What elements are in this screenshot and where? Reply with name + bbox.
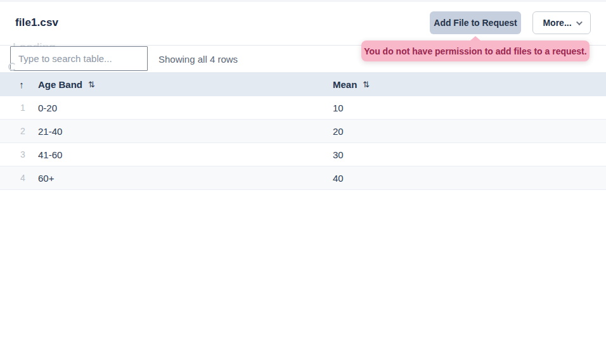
table-row: 4 60+ 40 xyxy=(0,166,606,190)
sort-direction-icon[interactable]: ↑ xyxy=(15,79,28,90)
table-row: 2 21-40 20 xyxy=(0,120,606,143)
more-button-label: More... xyxy=(543,18,571,28)
cell-age-band: 60+ xyxy=(38,173,54,184)
row-number: 1 xyxy=(15,103,30,113)
sort-toggle-icon: ⇅ xyxy=(363,80,370,89)
table-row: 1 0-20 10 xyxy=(0,96,606,120)
cell-age-band: 21-40 xyxy=(38,126,62,137)
column-header-age-band[interactable]: Age Band ⇅ xyxy=(38,79,95,90)
tooltip-arrow xyxy=(470,36,480,41)
sort-toggle-icon: ⇅ xyxy=(88,80,95,89)
top-border xyxy=(0,0,606,2)
table-row: 3 41-60 30 xyxy=(0,143,606,166)
add-file-to-request-button[interactable]: Add File to Request xyxy=(430,11,521,34)
cell-age-band: 0-20 xyxy=(38,103,57,113)
cell-mean: 30 xyxy=(333,149,344,160)
row-number: 4 xyxy=(15,173,30,183)
row-number: 3 xyxy=(15,149,30,160)
page-title: file1.csv xyxy=(15,16,58,29)
permission-tooltip: You do not have permission to add files … xyxy=(361,41,590,61)
data-table: ↑ Age Band ⇅ Mean ⇅ 1 0-20 10 2 21-40 20… xyxy=(0,72,606,190)
file-viewer-page: file1.csv Add File to Request More... Yo… xyxy=(0,0,606,364)
tooltip-text: You do not have permission to add files … xyxy=(364,46,586,56)
cell-mean: 20 xyxy=(333,126,344,137)
cell-mean: 10 xyxy=(333,103,344,113)
loading-spinner-icon xyxy=(8,63,16,71)
cell-age-band: 41-60 xyxy=(38,149,62,160)
column-header-mean[interactable]: Mean ⇅ xyxy=(333,79,370,90)
row-count-status: Showing all 4 rows xyxy=(158,54,238,65)
table-header-row: ↑ Age Band ⇅ Mean ⇅ xyxy=(0,72,606,96)
chevron-down-icon xyxy=(576,19,583,25)
column-header-age-band-label: Age Band xyxy=(38,79,82,90)
cell-mean: 40 xyxy=(333,173,344,184)
column-header-mean-label: Mean xyxy=(333,79,357,90)
more-button[interactable]: More... xyxy=(532,11,591,34)
search-input[interactable] xyxy=(10,46,148,71)
row-number: 2 xyxy=(15,126,30,136)
